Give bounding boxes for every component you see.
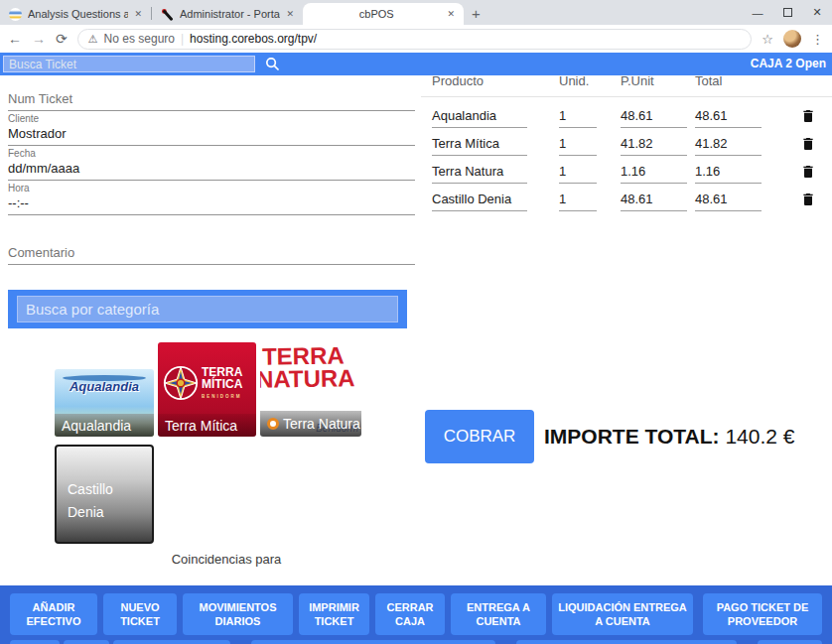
table-header-divider (421, 96, 832, 97)
category-tile-terra-mitica[interactable]: TERRA MÍTICA BENIDORM Terra Mítica (158, 342, 256, 437)
liquidacion-entrega-a-cuenta-button[interactable]: LIQUIDACIÓN ENTREGA A CUENTA (552, 593, 693, 635)
toolbar-second-row-button-partial[interactable] (516, 640, 737, 644)
search-icon[interactable] (264, 56, 281, 72)
category-tile-castillo-denia[interactable]: Castillo Denia (55, 445, 154, 544)
window-controls: — ✕ (743, 0, 832, 25)
fecha-field[interactable]: Fecha dd/mm/aaaa (8, 148, 415, 181)
pago-ticket-de-proveedor-button[interactable]: PAGO TICKET DE PROVEEDOR (703, 593, 822, 635)
not-secure-warning-icon: ⚠ (88, 33, 98, 46)
cart-row-punit[interactable]: 48.61 (621, 192, 687, 211)
minimize-button[interactable]: — (743, 7, 772, 19)
importe-total-label: IMPORTE TOTAL: (544, 425, 720, 448)
delete-row-icon[interactable] (800, 135, 816, 153)
cerrar-caja-button[interactable]: CERRAR CAJA (375, 593, 445, 635)
column-header-unid: Unid. (559, 73, 589, 88)
aqualandia-logo: Aqualandia (59, 379, 150, 394)
address-field[interactable]: ⚠ No es seguro | hosting.corebos.org/tpv… (77, 29, 753, 50)
terra-mitica-logo: TERRA MÍTICA (202, 366, 242, 390)
cart-row-producto[interactable]: Aqualandia (432, 108, 527, 128)
toolbar-second-row-button-partial[interactable] (113, 640, 230, 644)
terra-natura-logo-line2: NATURA (260, 366, 355, 391)
browser-tab-strip: Analysis Questions and Answers ✕ Adminis… (0, 0, 832, 25)
cart-row-punit[interactable]: 41.82 (621, 136, 687, 156)
tab-administrator-corebos[interactable]: Administrator - Portada - coreBO ✕ (152, 3, 303, 25)
entrega-a-cuenta-button[interactable]: ENTREGA A CUENTA (451, 593, 546, 635)
cart-row-unid[interactable]: 1 (559, 164, 597, 184)
hora-field[interactable]: Hora --:-- (8, 183, 415, 215)
column-header-producto: Producto (432, 73, 484, 88)
tab-close-icon[interactable]: ✕ (447, 9, 455, 19)
cart-row-unid[interactable]: 1 (559, 108, 597, 128)
bookmark-star-icon[interactable]: ☆ (762, 32, 773, 47)
cart-row-total[interactable]: 1.16 (695, 164, 762, 184)
cart-row-producto[interactable]: Terra Natura (432, 164, 527, 184)
tab-title: Analysis Questions and Answers (28, 8, 128, 20)
security-label[interactable]: No es seguro (104, 32, 175, 46)
comentario-field[interactable]: Comentario (8, 243, 415, 265)
cart-row-unid[interactable]: 1 (559, 192, 597, 211)
profile-avatar[interactable] (783, 30, 801, 48)
tab-close-icon[interactable]: ✕ (134, 9, 142, 19)
new-tab-button[interactable]: + (472, 5, 481, 22)
busca-ticket-input[interactable]: Busca Ticket (3, 56, 255, 72)
tab-cbpos-active[interactable]: cbPOS ✕ (303, 3, 464, 25)
num-ticket-field[interactable]: Num Ticket (8, 89, 415, 111)
analysis-favicon-icon (9, 8, 22, 21)
tab-analysis-questions[interactable]: Analysis Questions and Answers ✕ (0, 3, 151, 25)
terra-mitica-logo-line2: MÍTICA (202, 378, 242, 390)
category-search-input[interactable]: Busca por categoría (17, 296, 398, 322)
cart-row-producto[interactable]: Castillo Denia (432, 192, 527, 211)
cart-row-total[interactable]: 48.61 (695, 192, 762, 211)
tile-caption: Aqualandia (55, 414, 154, 437)
cobrar-button[interactable]: COBRAR (425, 410, 534, 463)
toolbar-second-row-button-partial[interactable] (758, 640, 822, 644)
restore-button[interactable] (772, 7, 802, 19)
delete-row-icon[interactable] (800, 163, 816, 181)
reload-icon[interactable]: ⟳ (56, 31, 68, 47)
tab-close-icon[interactable]: ✕ (286, 9, 294, 19)
anadir-efectivo-button[interactable]: AÑADIR EFECTIVO (10, 593, 97, 635)
toolbar-second-row-button-partial[interactable] (251, 640, 495, 644)
hora-value[interactable]: --:-- (8, 193, 415, 214)
pill-separator: | (181, 32, 184, 46)
cart-row-punit[interactable]: 48.61 (621, 108, 687, 128)
browser-menu-icon[interactable]: ⋮ (811, 32, 824, 47)
delete-row-icon[interactable] (800, 107, 816, 125)
fecha-value[interactable]: dd/mm/aaaa (8, 159, 415, 180)
cart-row-unid[interactable]: 1 (559, 136, 597, 156)
terra-natura-circle-logo-icon (267, 418, 279, 430)
forward-icon[interactable]: → (32, 31, 46, 47)
cart-row-producto[interactable]: Terra Mítica (432, 136, 527, 156)
toolbar-second-row-button-partial[interactable] (64, 640, 109, 644)
delete-row-icon[interactable] (800, 191, 816, 208)
importe-total: IMPORTE TOTAL: 140.2 € (544, 425, 794, 449)
category-tile-aqualandia[interactable]: Aqualandia Aqualandia (55, 369, 154, 437)
terra-mitica-compass-icon (162, 364, 200, 402)
cart-row-total[interactable]: 41.82 (695, 136, 762, 156)
terra-natura-logo: TERRA NATURA (262, 344, 355, 390)
tab-title: Administrator - Portada - coreBO (180, 8, 280, 20)
corebos-favicon-icon (161, 8, 174, 21)
toolbar-second-row-button-partial[interactable] (10, 640, 60, 644)
window-close-button[interactable]: ✕ (802, 6, 832, 19)
category-tile-terra-natura[interactable]: TERRA NATURA Benidorm Terra Natura (260, 342, 361, 437)
num-ticket-placeholder: Num Ticket (8, 89, 415, 110)
cbpos-app-window: Analysis Questions and Answers ✕ Adminis… (0, 0, 832, 644)
fecha-label: Fecha (8, 148, 415, 159)
movimientos-diarios-button[interactable]: MOVIMIENTOS DIARIOS (183, 593, 293, 635)
hora-label: Hora (8, 183, 415, 193)
cart-row-total[interactable]: 48.61 (695, 108, 762, 128)
url-text[interactable]: hosting.corebos.org/tpv/ (190, 32, 317, 46)
tile-caption-text: Terra Natura (283, 416, 360, 432)
column-header-punit: P.Unit (621, 73, 654, 88)
cart-row-punit[interactable]: 1.16 (621, 164, 687, 184)
category-search-box: Busca por categoría (8, 290, 407, 328)
matches-label: Coincidencias para (8, 552, 445, 567)
cliente-field[interactable]: Cliente Mostrador (8, 113, 415, 146)
terra-mitica-benidorm-label: BENIDORM (202, 394, 242, 399)
pos-header-bar: Busca Ticket CAJA 2 Open (0, 53, 832, 75)
back-icon[interactable]: ← (8, 31, 22, 47)
cliente-value[interactable]: Mostrador (8, 124, 415, 145)
imprimir-ticket-button[interactable]: IMPRIMIR TICKET (299, 593, 369, 635)
nuevo-ticket-button[interactable]: NUEVO TICKET (103, 593, 177, 635)
